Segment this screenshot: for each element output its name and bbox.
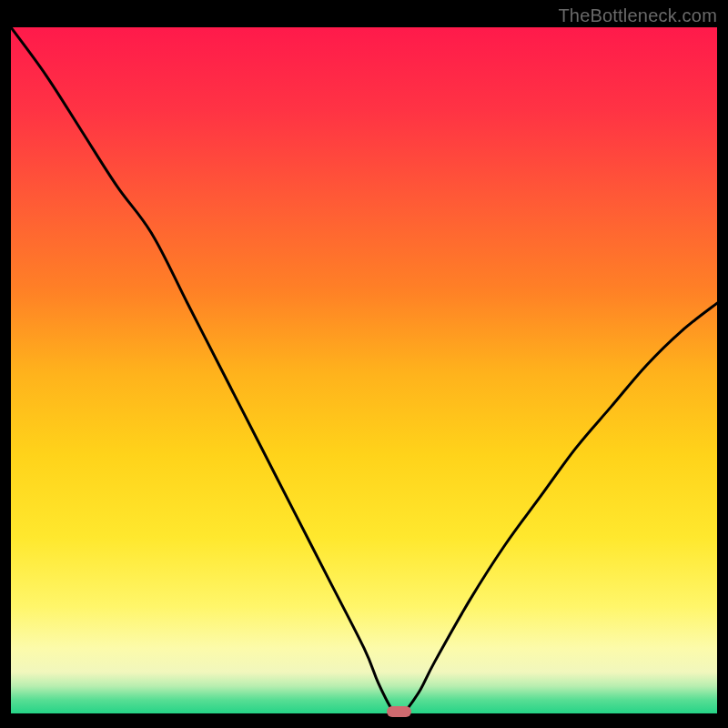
baseline xyxy=(11,713,717,717)
chart-svg xyxy=(11,27,717,717)
gradient-rect xyxy=(11,27,717,717)
chart-frame: TheBottleneck.com xyxy=(0,0,728,728)
watermark-label: TheBottleneck.com xyxy=(558,5,717,26)
plot-area xyxy=(11,27,717,717)
balance-point-marker xyxy=(387,706,411,717)
